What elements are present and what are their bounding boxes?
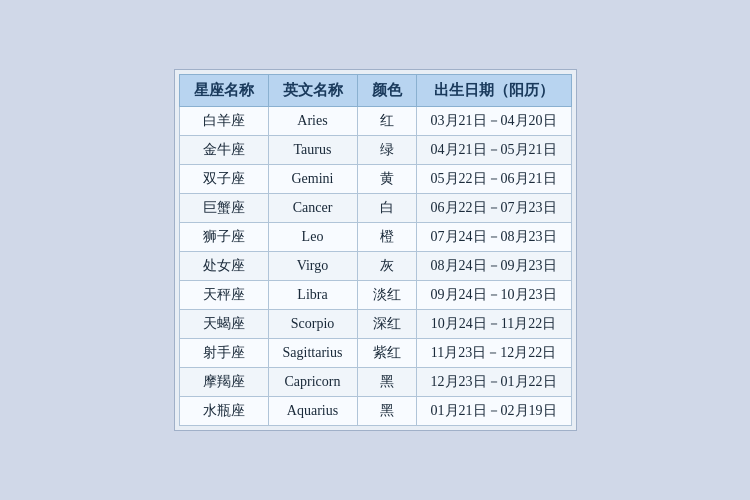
header-english-name: 英文名称	[268, 75, 357, 107]
cell-chinese-name: 巨蟹座	[179, 194, 268, 223]
cell-color: 深红	[357, 310, 416, 339]
cell-english-name: Scorpio	[268, 310, 357, 339]
header-dates: 出生日期（阳历）	[416, 75, 571, 107]
cell-english-name: Virgo	[268, 252, 357, 281]
header-color: 颜色	[357, 75, 416, 107]
cell-chinese-name: 摩羯座	[179, 368, 268, 397]
cell-chinese-name: 处女座	[179, 252, 268, 281]
cell-chinese-name: 天秤座	[179, 281, 268, 310]
cell-dates: 07月24日－08月23日	[416, 223, 571, 252]
cell-dates: 10月24日－11月22日	[416, 310, 571, 339]
cell-chinese-name: 双子座	[179, 165, 268, 194]
cell-dates: 04月21日－05月21日	[416, 136, 571, 165]
table-row: 白羊座Aries红03月21日－04月20日	[179, 107, 571, 136]
cell-dates: 08月24日－09月23日	[416, 252, 571, 281]
cell-dates: 12月23日－01月22日	[416, 368, 571, 397]
cell-color: 黄	[357, 165, 416, 194]
cell-english-name: Taurus	[268, 136, 357, 165]
cell-chinese-name: 狮子座	[179, 223, 268, 252]
cell-dates: 01月21日－02月19日	[416, 397, 571, 426]
header-chinese-name: 星座名称	[179, 75, 268, 107]
table-row: 处女座Virgo灰08月24日－09月23日	[179, 252, 571, 281]
cell-color: 黑	[357, 368, 416, 397]
table-row: 摩羯座Capricorn黑12月23日－01月22日	[179, 368, 571, 397]
cell-dates: 11月23日－12月22日	[416, 339, 571, 368]
cell-english-name: Leo	[268, 223, 357, 252]
cell-chinese-name: 水瓶座	[179, 397, 268, 426]
zodiac-table-container: 星座名称 英文名称 颜色 出生日期（阳历） 白羊座Aries红03月21日－04…	[174, 69, 577, 431]
cell-color: 橙	[357, 223, 416, 252]
table-row: 狮子座Leo橙07月24日－08月23日	[179, 223, 571, 252]
cell-color: 淡红	[357, 281, 416, 310]
cell-dates: 09月24日－10月23日	[416, 281, 571, 310]
cell-english-name: Sagittarius	[268, 339, 357, 368]
cell-color: 灰	[357, 252, 416, 281]
table-row: 天秤座Libra淡红09月24日－10月23日	[179, 281, 571, 310]
table-row: 天蝎座Scorpio深红10月24日－11月22日	[179, 310, 571, 339]
cell-english-name: Aries	[268, 107, 357, 136]
cell-english-name: Cancer	[268, 194, 357, 223]
cell-english-name: Capricorn	[268, 368, 357, 397]
table-row: 射手座Sagittarius紫红11月23日－12月22日	[179, 339, 571, 368]
zodiac-table: 星座名称 英文名称 颜色 出生日期（阳历） 白羊座Aries红03月21日－04…	[179, 74, 572, 426]
cell-chinese-name: 射手座	[179, 339, 268, 368]
table-row: 水瓶座Aquarius黑01月21日－02月19日	[179, 397, 571, 426]
cell-color: 白	[357, 194, 416, 223]
cell-chinese-name: 金牛座	[179, 136, 268, 165]
cell-color: 黑	[357, 397, 416, 426]
table-row: 双子座Gemini黄05月22日－06月21日	[179, 165, 571, 194]
table-row: 金牛座Taurus绿04月21日－05月21日	[179, 136, 571, 165]
cell-color: 红	[357, 107, 416, 136]
cell-dates: 05月22日－06月21日	[416, 165, 571, 194]
cell-dates: 03月21日－04月20日	[416, 107, 571, 136]
table-row: 巨蟹座Cancer白06月22日－07月23日	[179, 194, 571, 223]
cell-english-name: Aquarius	[268, 397, 357, 426]
cell-chinese-name: 白羊座	[179, 107, 268, 136]
table-header-row: 星座名称 英文名称 颜色 出生日期（阳历）	[179, 75, 571, 107]
cell-color: 绿	[357, 136, 416, 165]
cell-chinese-name: 天蝎座	[179, 310, 268, 339]
cell-english-name: Libra	[268, 281, 357, 310]
cell-dates: 06月22日－07月23日	[416, 194, 571, 223]
cell-color: 紫红	[357, 339, 416, 368]
cell-english-name: Gemini	[268, 165, 357, 194]
